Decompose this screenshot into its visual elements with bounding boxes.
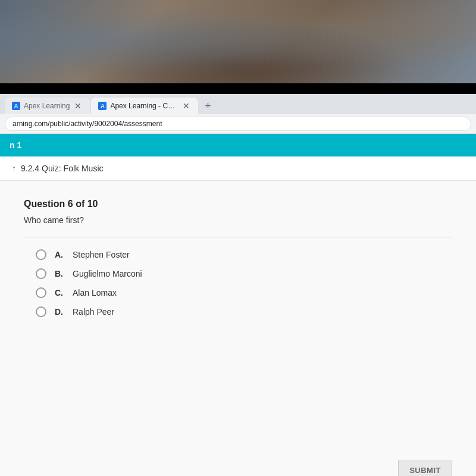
tab-favicon-1: A [12,102,20,110]
option-d[interactable]: D. Ralph Peer [36,306,452,317]
new-tab-button[interactable]: + [199,98,216,114]
quiz-header: ↑ 9.2.4 Quiz: Folk Music [0,156,476,181]
tab-close-1[interactable]: ✕ [73,101,83,111]
submit-button[interactable]: SUBMIT [398,461,452,476]
black-divider [0,83,476,94]
question-text: Who came first? [24,215,452,225]
answer-text-c: Alan Lomax [73,288,117,298]
option-a[interactable]: A. Stephen Foster [36,249,452,260]
quiz-title: 9.2.4 Quiz: Folk Music [21,164,104,173]
answer-options: A. Stephen Foster B. Guglielmo Marconi C… [24,249,452,317]
option-b[interactable]: B. Guglielmo Marconi [36,268,452,279]
address-bar: arning.com/public/activity/9002004/asses… [0,114,476,133]
option-c[interactable]: C. Alan Lomax [36,287,452,298]
apex-topbar-label: n 1 [10,140,21,150]
tab-close-2[interactable]: ✕ [181,101,191,111]
tab-bar: A Apex Learning ✕ A Apex Learning - Cour… [0,94,476,114]
letter-b: B. [55,269,64,278]
tab-label-2: Apex Learning - Courses [110,102,178,110]
main-content: Question 6 of 10 Who came first? A. Step… [0,181,476,449]
question-number: Question 6 of 10 [24,199,452,209]
radio-a[interactable] [36,249,46,260]
url-input[interactable]: arning.com/public/activity/9002004/asses… [5,117,471,131]
answer-text-a: Stephen Foster [73,250,130,259]
tab-apex-courses[interactable]: A Apex Learning - Courses ✕ [91,98,198,114]
submit-area: SUBMIT [0,449,476,476]
letter-a: A. [55,250,64,259]
radio-d[interactable] [36,306,46,317]
radio-b[interactable] [36,268,46,279]
browser-chrome: A Apex Learning ✕ A Apex Learning - Cour… [0,94,476,134]
answer-text-d: Ralph Peer [73,307,114,317]
divider [24,237,452,237]
apex-topbar: n 1 [0,134,476,156]
radio-c[interactable] [36,287,46,298]
answer-text-b: Guglielmo Marconi [73,269,142,278]
tab-apex-learning[interactable]: A Apex Learning ✕ [5,98,90,114]
quiz-header-icon: ↑ [12,164,16,173]
tab-favicon-2: A [98,102,107,110]
letter-c: C. [55,288,64,298]
tab-label-1: Apex Learning [24,102,70,110]
background-photo [0,0,476,83]
letter-d: D. [55,307,64,317]
